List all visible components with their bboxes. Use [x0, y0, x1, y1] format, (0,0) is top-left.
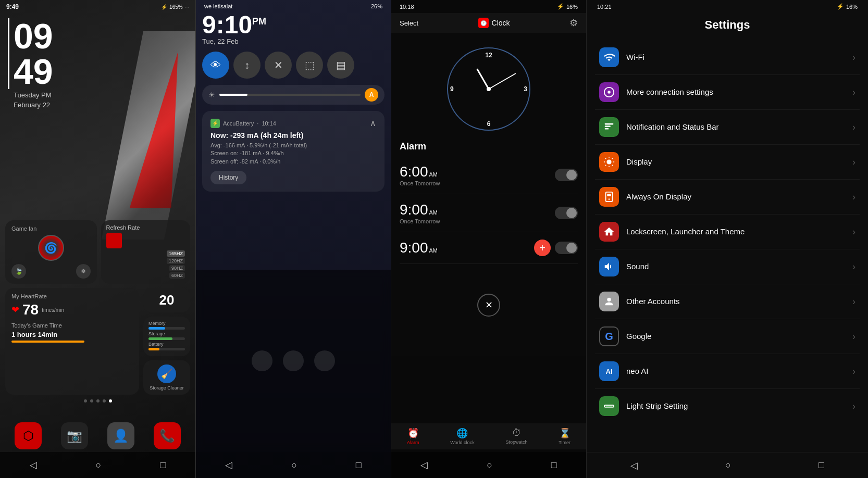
alarm-ampm-3: AM — [429, 247, 438, 254]
qtile-location[interactable]: ✕ — [265, 52, 292, 79]
worldclock-tab-icon: 🌐 — [450, 427, 474, 439]
close-recent-button[interactable]: ✕ — [477, 294, 500, 317]
accounts-text: Other Accounts — [626, 297, 852, 306]
settings-item-lockscreen[interactable]: Lockscreen, Launcher and Theme › — [595, 215, 860, 249]
back-button-p1[interactable]: ◁ — [30, 459, 37, 471]
qtile-data[interactable]: ↕ — [233, 52, 261, 79]
notif-time: 9:10PM — [202, 12, 385, 37]
google-label: Google — [626, 332, 651, 341]
select-button[interactable]: Select — [400, 19, 418, 27]
dot-3 — [96, 399, 100, 402]
settings-item-google[interactable]: G Google › — [595, 319, 860, 354]
home-button-p2[interactable]: ○ — [291, 460, 297, 471]
brightness-icon: ☀ — [208, 91, 215, 99]
svg-rect-6 — [606, 192, 613, 202]
cleaner-widget[interactable]: 🧹 Storage Cleaner — [143, 360, 190, 395]
alarm-sub-1: Once Tomorrow — [400, 180, 440, 186]
tab-timer[interactable]: ⌛ Timer — [559, 427, 571, 445]
status-bar-p4: 10:21 ⚡ 16% — [587, 0, 868, 13]
quick-settings-tiles: 👁 ↕ ✕ ⬚ ▤ — [202, 52, 385, 79]
alarm-add-fab[interactable]: + — [534, 240, 551, 256]
qtile-rotate[interactable]: ▤ — [327, 52, 354, 79]
storage-bar-track — [148, 337, 185, 340]
alarm-tab-icon: ⏰ — [407, 427, 419, 439]
refresh-rate-widget[interactable]: Refresh Rate 165HZ 120HZ 90HZ 60HZ — [101, 220, 191, 284]
dock-app-4[interactable]: 📞 — [154, 422, 181, 449]
battery-pct-p4: 16% — [846, 4, 858, 10]
google-text: Google — [626, 332, 852, 341]
settings-item-other-accounts[interactable]: Other Accounts › — [595, 284, 860, 319]
number-widget: 20 — [143, 288, 190, 312]
dot-5-active — [109, 399, 112, 402]
battery-icon-p3: ⚡ — [557, 3, 564, 10]
battery-icon: ⚡ — [161, 4, 167, 10]
alarm-time-2: 9:00 AM — [400, 202, 440, 218]
recents-button-p2[interactable]: □ — [356, 460, 362, 471]
recents-button-p4[interactable]: □ — [819, 460, 824, 471]
back-button-p3[interactable]: ◁ — [420, 459, 428, 471]
widget-right-col: 20 Memory Storage Battery 🧹 Storage Clea… — [143, 288, 190, 395]
tab-alarm[interactable]: ⏰ Alarm — [407, 427, 419, 445]
qtile-nfc[interactable]: ⬚ — [296, 52, 323, 79]
qtile-wifi[interactable]: 👁 — [202, 52, 229, 79]
alarm-knob-1 — [566, 170, 577, 180]
status-time-p3: 10:18 — [400, 4, 414, 10]
tab-stopwatch[interactable]: ⏱ Stopwatch — [505, 427, 527, 445]
brightness-control[interactable]: ☀ A — [202, 85, 385, 105]
settings-item-more-connection[interactable]: More connection settings › — [595, 75, 860, 110]
google-icon: G — [599, 326, 619, 346]
home-button-p4[interactable]: ○ — [725, 460, 731, 471]
home-button-p1[interactable]: ○ — [96, 460, 102, 471]
refresh-60hz[interactable]: 60HZ — [169, 272, 185, 279]
recents-button-p1[interactable]: □ — [160, 460, 166, 471]
svg-point-7 — [609, 198, 610, 200]
settings-item-notification-bar[interactable]: Notification and Status Bar › — [595, 110, 860, 145]
aod-chevron: › — [852, 192, 855, 203]
tab-worldclock[interactable]: 🌐 World clock — [450, 427, 474, 445]
aod-label: Always On Display — [626, 192, 691, 201]
alarm-toggle-1[interactable] — [555, 169, 578, 181]
home-button-p3[interactable]: ○ — [487, 460, 492, 471]
heartrate-unit: times/min — [42, 307, 64, 313]
memory-label: Memory — [148, 321, 185, 326]
clock-12: 12 — [485, 52, 492, 59]
refresh-120hz[interactable]: 120HZ — [167, 258, 185, 264]
settings-item-neo-ai[interactable]: AI neo AI › — [595, 354, 860, 389]
blur-dots — [252, 350, 335, 371]
refresh-indicator — [106, 233, 122, 248]
alarm-time-val-2: 9:00 — [400, 202, 428, 218]
recents-button-p3[interactable]: □ — [551, 460, 557, 471]
dock-app-2[interactable]: 📷 — [61, 422, 88, 449]
heartrate-label: My HeartRate — [11, 293, 133, 299]
settings-item-sound[interactable]: Sound › — [595, 249, 860, 284]
cleaner-label: Storage Cleaner — [148, 385, 185, 391]
settings-item-wifi[interactable]: Wi-Fi › — [595, 40, 860, 75]
refresh-90hz[interactable]: 90HZ — [169, 265, 185, 271]
alarm-time-val-3: 9:00 — [400, 240, 428, 256]
timer-tab-label: Timer — [559, 440, 571, 445]
notif-history-button[interactable]: History — [210, 171, 246, 184]
alarm-settings-icon[interactable]: ⚙ — [569, 17, 578, 29]
settings-item-always-on[interactable]: Always On Display › — [595, 180, 860, 215]
alarm-toggle-3[interactable] — [555, 242, 578, 254]
memory-bar-track — [148, 327, 185, 330]
alarm-time-3: 9:00 AM — [400, 240, 438, 256]
battery-label: Battery — [148, 342, 185, 347]
refresh-165hz[interactable]: 165HZ — [167, 250, 185, 257]
refresh-title: Refresh Rate — [106, 224, 185, 231]
brightness-track[interactable] — [219, 94, 361, 96]
notif-expand-icon[interactable]: ∧ — [370, 118, 376, 128]
svg-rect-8 — [607, 194, 611, 197]
svg-rect-11 — [606, 406, 613, 407]
app-title-row: 🕐 Clock — [478, 18, 510, 28]
back-button-p2[interactable]: ◁ — [225, 459, 232, 471]
back-button-p4[interactable]: ◁ — [630, 460, 638, 471]
dock-app-1[interactable]: ⬡ — [15, 422, 42, 449]
settings-item-light-strip[interactable]: Light Strip Setting › — [595, 389, 860, 423]
display-chevron: › — [852, 157, 855, 168]
game-fan-widget[interactable]: Game fan 🌀 🍃 ❄ — [5, 220, 97, 284]
wifi-label: Wi-Fi — [626, 53, 644, 61]
dock-app-3[interactable]: 👤 — [107, 422, 134, 449]
settings-item-display[interactable]: Display › — [595, 145, 860, 180]
alarm-toggle-2[interactable] — [555, 207, 578, 219]
